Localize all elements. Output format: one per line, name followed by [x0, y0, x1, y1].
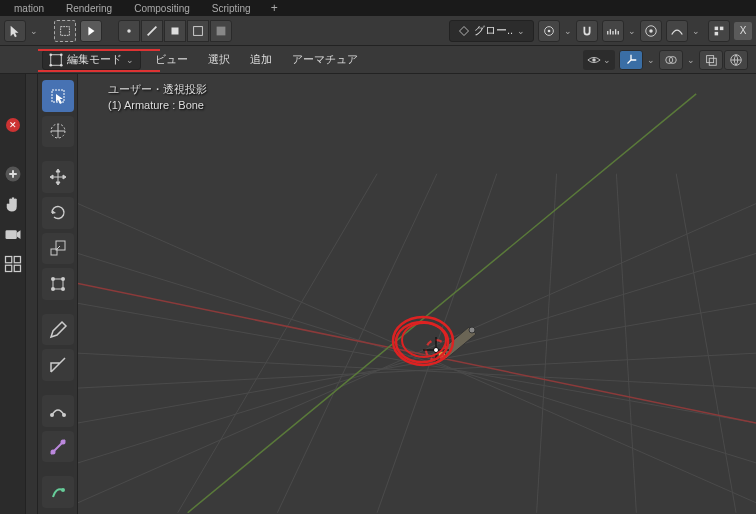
svg-rect-5 — [217, 26, 226, 35]
select-box-icon[interactable] — [54, 20, 76, 42]
viewport-object-label: (1) Armature : Bone — [108, 99, 207, 111]
options-icon[interactable] — [708, 20, 730, 42]
select-vertex-icon[interactable] — [118, 20, 140, 42]
chevron-down-icon: ⌄ — [517, 26, 525, 36]
svg-point-43 — [62, 413, 66, 417]
cursor-tool[interactable] — [42, 116, 74, 148]
mode-label: 編集モード — [67, 52, 122, 67]
grid-icon[interactable] — [3, 254, 23, 274]
chevron-down-icon[interactable]: ⌄ — [564, 26, 572, 36]
chevron-down-icon[interactable]: ⌄ — [692, 26, 700, 36]
scale-tool[interactable] — [42, 233, 74, 265]
rotate-tool[interactable] — [42, 197, 74, 229]
header-bar: ⌄ グロー.. ⌄ ⌄ ⌄ ⌄ X — [0, 16, 756, 46]
svg-point-7 — [548, 29, 551, 32]
tab-animation[interactable]: mation — [4, 1, 54, 16]
move-tool[interactable] — [42, 161, 74, 193]
tab-rendering[interactable]: Rendering — [56, 1, 122, 16]
svg-line-36 — [56, 246, 60, 250]
viewport-3d[interactable]: ユーザー・透視投影 (1) Armature : Bone — [78, 74, 756, 514]
svg-point-15 — [60, 53, 63, 56]
svg-line-59 — [537, 174, 557, 513]
svg-line-60 — [616, 174, 636, 513]
svg-rect-27 — [14, 257, 20, 263]
tool-panel-collapsed[interactable] — [26, 74, 38, 514]
pivot-icon[interactable] — [538, 20, 560, 42]
svg-rect-29 — [14, 265, 20, 271]
add-workspace-button[interactable]: + — [263, 1, 286, 15]
select-tool[interactable] — [42, 80, 74, 112]
chevron-down-icon: ⌄ — [126, 55, 134, 65]
gizmo-toggle-button[interactable] — [619, 50, 643, 70]
close-x-button[interactable]: X — [734, 22, 752, 40]
svg-line-61 — [676, 174, 736, 513]
svg-point-41 — [61, 287, 65, 291]
tab-scripting[interactable]: Scripting — [202, 1, 261, 16]
cursor-3d-icon — [423, 337, 449, 363]
hand-pan-icon[interactable] — [3, 194, 23, 214]
svg-rect-22 — [709, 58, 716, 65]
mode-select-dropdown[interactable]: 編集モード ⌄ — [42, 50, 141, 70]
cursor-play-icon[interactable] — [80, 20, 102, 42]
xray-icon[interactable] — [699, 50, 723, 70]
svg-line-63 — [188, 94, 696, 513]
tab-compositing[interactable]: Compositing — [124, 1, 200, 16]
svg-rect-12 — [715, 31, 719, 35]
extrude-tool[interactable] — [42, 476, 74, 508]
record-indicator-icon[interactable]: ✕ — [6, 118, 20, 132]
cursor-tool-icon[interactable] — [4, 20, 26, 42]
snap-magnet-icon[interactable] — [576, 20, 598, 42]
chevron-down-icon: ⌄ — [603, 55, 611, 65]
svg-rect-28 — [5, 265, 11, 271]
select-object-icon[interactable] — [187, 20, 209, 42]
proportional-curve-icon[interactable] — [666, 20, 688, 42]
svg-point-45 — [60, 439, 65, 444]
chevron-down-icon[interactable]: ⌄ — [628, 26, 636, 36]
visibility-dropdown[interactable]: ⌄ — [583, 50, 615, 70]
svg-point-42 — [50, 413, 54, 417]
annotate-tool[interactable] — [42, 314, 74, 346]
wireframe-icon[interactable] — [724, 50, 748, 70]
annotation-underline — [38, 49, 160, 51]
measure-tool[interactable] — [42, 349, 74, 381]
svg-point-46 — [61, 488, 65, 492]
menu-add[interactable]: 追加 — [240, 48, 282, 71]
menu-select[interactable]: 選択 — [198, 48, 240, 71]
svg-point-14 — [49, 53, 52, 56]
svg-point-17 — [60, 63, 63, 66]
select-edge-icon[interactable] — [141, 20, 163, 42]
edit-mode-icon — [49, 53, 63, 67]
chevron-down-icon[interactable]: ⌄ — [30, 26, 38, 36]
transform-tool[interactable] — [42, 268, 74, 300]
menu-armature[interactable]: アーマチュア — [282, 48, 368, 71]
select-face-icon[interactable] — [164, 20, 186, 42]
svg-point-16 — [49, 63, 52, 66]
workspace-tabs: mation Rendering Compositing Scripting + — [0, 0, 756, 16]
viewport-menubar: 編集モード ⌄ ビュー 選択 追加 アーマチュア ⌄ ⌄ ⌄ — [0, 46, 756, 74]
menu-view[interactable]: ビュー — [145, 48, 198, 71]
viewport-info: ユーザー・透視投影 (1) Armature : Bone — [108, 82, 207, 113]
viewport-projection-label: ユーザー・透視投影 — [108, 82, 207, 97]
select-all-icon[interactable] — [210, 20, 232, 42]
camera-icon[interactable] — [3, 224, 23, 244]
svg-line-62 — [78, 283, 756, 423]
chevron-down-icon[interactable]: ⌄ — [647, 55, 655, 65]
svg-rect-13 — [51, 54, 62, 65]
overlay-toggle-button[interactable] — [659, 50, 683, 70]
chevron-down-icon[interactable]: ⌄ — [687, 55, 695, 65]
grid-floor — [78, 74, 756, 513]
svg-point-39 — [61, 277, 65, 281]
plus-icon[interactable] — [3, 164, 23, 184]
left-sidebar: ✕ — [0, 74, 26, 514]
roll-tool[interactable] — [42, 395, 74, 427]
svg-rect-10 — [715, 26, 719, 30]
bone-size-tool[interactable] — [42, 431, 74, 463]
transform-orientation-dropdown[interactable]: グロー.. ⌄ — [449, 20, 534, 42]
xray-wireframe-group — [699, 50, 748, 70]
snap-increment-icon[interactable] — [602, 20, 624, 42]
svg-point-44 — [50, 449, 55, 454]
svg-rect-26 — [5, 257, 11, 263]
svg-point-65 — [469, 327, 475, 333]
svg-point-40 — [51, 287, 55, 291]
proportional-edit-icon[interactable] — [640, 20, 662, 42]
